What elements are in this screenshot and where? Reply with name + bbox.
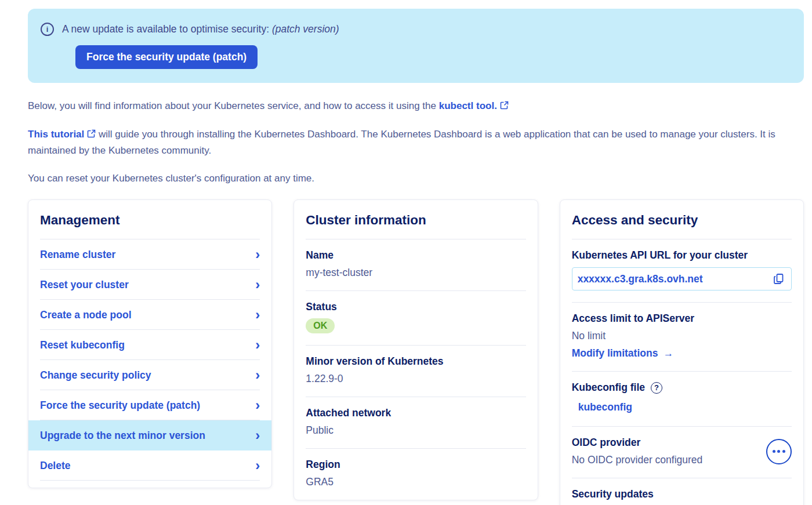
cards-row: Management Rename cluster › Reset your c… — [28, 199, 804, 505]
menu-item-change-security-policy[interactable]: Change security policy › — [28, 360, 271, 390]
external-link-icon — [500, 99, 509, 114]
force-security-update-button[interactable]: Force the security update (patch) — [75, 45, 258, 69]
access-limit-value: No limit — [572, 330, 792, 342]
banner-message-row: i A new update is available to optimise … — [41, 23, 789, 36]
banner-message: A new update is available to optimise se… — [62, 23, 339, 35]
api-url-value: xxxxxx.c3.gra.k8s.ovh.net — [578, 273, 703, 285]
attached-network-value: Public — [306, 424, 525, 437]
menu-item-create-a-node-pool[interactable]: Create a node pool › — [28, 300, 271, 330]
help-icon[interactable]: ? — [651, 382, 662, 394]
access-security-card-title: Access and security — [560, 200, 803, 228]
chevron-right-icon: › — [255, 368, 260, 382]
info-icon: i — [41, 23, 54, 36]
chevron-right-icon: › — [255, 398, 260, 412]
field-region: Region GRA5 — [294, 449, 537, 500]
cluster-name-value: my-test-cluster — [306, 267, 525, 279]
oidc-actions-menu-button[interactable] — [766, 439, 792, 464]
management-card-title: Management — [28, 200, 271, 228]
security-updates-block: Security updates — [560, 478, 803, 505]
chevron-right-icon: › — [255, 278, 260, 292]
modify-limitations-link[interactable]: Modify limitations→ — [572, 347, 673, 359]
cluster-info-card-title: Cluster information — [294, 200, 537, 228]
menu-item-upgrade-minor-version[interactable]: Upgrade to the next minor version › — [28, 420, 271, 450]
oidc-texts: OIDC provider No OIDC provider configure… — [572, 437, 703, 466]
intro-paragraph-reset: You can reset your Kubernetes cluster's … — [28, 171, 799, 186]
region-value: GRA5 — [306, 476, 525, 488]
kubeconfig-link[interactable]: kubeconfig — [578, 401, 632, 413]
security-update-banner: i A new update is available to optimise … — [28, 9, 804, 83]
cluster-information-card: Cluster information Name my-test-cluster… — [293, 199, 538, 500]
ellipsis-icon — [782, 450, 785, 453]
intro-paragraph-kubectl: Below, you will find information about y… — [28, 99, 799, 114]
management-card: Management Rename cluster › Reset your c… — [28, 199, 272, 488]
security-updates-label: Security updates — [572, 488, 792, 500]
arrow-right-icon: → — [663, 347, 673, 359]
external-link-icon — [87, 128, 96, 143]
chevron-right-icon: › — [255, 248, 260, 261]
copy-icon[interactable] — [773, 273, 785, 285]
access-limit-block: Access limit to APIServer No limit Modif… — [560, 303, 803, 371]
api-url-block: Kubernetes API URL for your cluster xxxx… — [560, 239, 803, 302]
intro-paragraph-tutorial: This tutorial will guide you through ins… — [28, 127, 799, 158]
oidc-value: No OIDC provider configured — [572, 454, 703, 466]
kubectl-tool-link[interactable]: kubectl tool. — [439, 100, 497, 111]
field-attached-network: Attached network Public — [294, 397, 537, 448]
api-url-copy-box[interactable]: xxxxxx.c3.gra.k8s.ovh.net — [572, 267, 792, 290]
menu-item-reset-kubeconfig[interactable]: Reset kubeconfig › — [28, 330, 271, 360]
field-status: Status OK — [294, 291, 537, 345]
field-minor-version: Minor version of Kubernetes 1.22.9-0 — [294, 346, 537, 397]
ellipsis-icon — [777, 450, 780, 453]
minor-version-value: 1.22.9-0 — [306, 373, 525, 385]
chevron-right-icon: › — [255, 338, 260, 352]
kubeconfig-block: Kubeconfig file ? kubeconfig — [560, 372, 803, 426]
ellipsis-icon — [773, 450, 775, 453]
banner-message-emphasis: (patch version) — [272, 23, 339, 35]
kubernetes-service-page: i A new update is available to optimise … — [0, 0, 812, 505]
menu-item-rename-cluster[interactable]: Rename cluster › — [28, 239, 271, 270]
menu-item-force-security-update[interactable]: Force the security update (patch) › — [28, 390, 271, 420]
menu-item-delete[interactable]: Delete › — [28, 450, 271, 481]
status-badge: OK — [306, 318, 335, 333]
management-menu: Rename cluster › Reset your cluster › Cr… — [28, 239, 271, 488]
tutorial-link[interactable]: This tutorial — [28, 129, 84, 140]
chevron-right-icon: › — [255, 459, 260, 473]
field-name: Name my-test-cluster — [294, 239, 537, 290]
chevron-right-icon: › — [255, 308, 260, 322]
menu-item-reset-your-cluster[interactable]: Reset your cluster › — [28, 270, 271, 300]
oidc-provider-block: OIDC provider No OIDC provider configure… — [560, 427, 803, 478]
chevron-right-icon: › — [255, 428, 260, 442]
access-security-card: Access and security Kubernetes API URL f… — [560, 199, 804, 505]
